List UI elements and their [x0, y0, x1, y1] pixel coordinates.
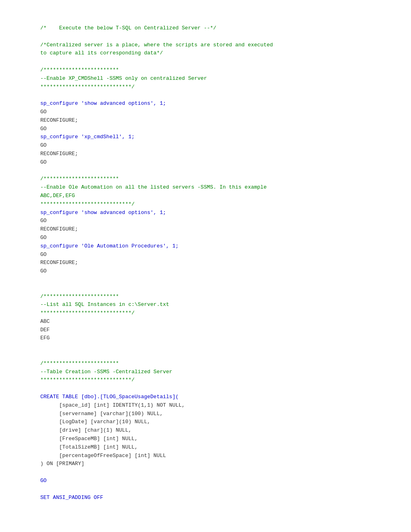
code-editor: /* Execute the below T-SQL on Centralize…: [40, 24, 371, 502]
